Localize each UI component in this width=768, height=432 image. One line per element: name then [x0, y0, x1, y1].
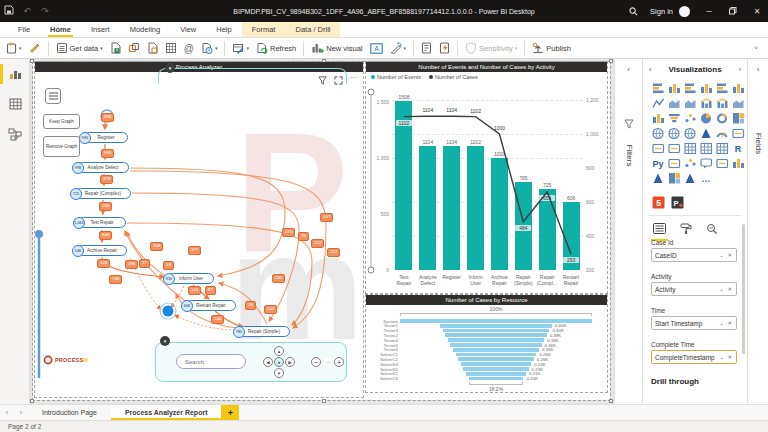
100-stacked-bar-chart-icon[interactable]: [714, 81, 730, 96]
menu-help[interactable]: Help: [206, 22, 241, 37]
pill-controls[interactable]: ⌄ ✕: [719, 252, 733, 258]
menu-modeling[interactable]: Modeling: [120, 22, 170, 37]
stacked-area-chart-icon[interactable]: [682, 96, 698, 111]
pan-up-button[interactable]: ▲: [274, 346, 284, 356]
funnel-bar-system[interactable]: [400, 319, 592, 323]
report-page[interactable]: Process Analyzer P m ··· ▾ Keep Graph Re…: [33, 62, 610, 400]
analytics-tab[interactable]: [706, 220, 718, 240]
sign-in-button[interactable]: Sign in: [646, 7, 677, 16]
funnel-bar-solverc3[interactable]: [469, 377, 524, 381]
scatter-chart-icon[interactable]: [682, 111, 698, 126]
events-cases-by-activity-visual[interactable]: Number of Events and Number of Cases by …: [366, 62, 607, 293]
ribbon-chart-icon[interactable]: [730, 96, 746, 111]
funnel-bar-tester1[interactable]: [440, 324, 552, 328]
menu-format[interactable]: Format: [242, 22, 286, 37]
slicer-icon[interactable]: [682, 141, 698, 156]
clustered-column-chart-icon[interactable]: [698, 81, 714, 96]
zoom-in-button[interactable]: +: [334, 357, 344, 367]
minimize-button[interactable]: ─: [698, 0, 720, 22]
process-search-input[interactable]: [176, 354, 246, 369]
add-page-button[interactable]: +: [221, 405, 239, 420]
decomposition-tree-icon[interactable]: [666, 171, 682, 186]
menu-view[interactable]: View: [170, 22, 206, 37]
fields-pane-label[interactable]: Fields: [754, 133, 763, 154]
donut-chart-icon[interactable]: [714, 111, 730, 126]
kpi-icon[interactable]: [666, 141, 682, 156]
pill-controls[interactable]: ⌄ ✕: [719, 320, 733, 326]
waterfall-chart-icon[interactable]: [650, 111, 666, 126]
refresh-button[interactable]: Refresh: [254, 42, 298, 54]
stacked-bar-chart-icon[interactable]: [650, 81, 666, 96]
search-icon[interactable]: [622, 0, 644, 22]
tab-process-analyzer-report[interactable]: Process Analyzer Report: [111, 405, 222, 420]
next-page-icon[interactable]: ›: [14, 405, 28, 420]
funnel-bar-tester2[interactable]: [445, 333, 547, 337]
expand-filters-icon[interactable]: ‹: [615, 59, 642, 74]
sql-server-icon[interactable]: [145, 42, 160, 54]
menu-file[interactable]: File: [8, 22, 40, 37]
process-node[interactable]: 606Restart Repair: [186, 300, 236, 311]
resize-handle[interactable]: [609, 59, 613, 63]
line-stacked-column-chart-icon[interactable]: [698, 96, 714, 111]
enter-data-icon[interactable]: [163, 42, 179, 54]
clustered-bar-chart-icon[interactable]: [682, 81, 698, 96]
treemap-icon[interactable]: [730, 111, 746, 126]
recent-sources-icon[interactable]: ▾: [199, 42, 220, 54]
menu-data-drill[interactable]: Data / Drill: [285, 22, 340, 37]
line-chart-icon[interactable]: [650, 96, 666, 111]
python-visual-icon[interactable]: Py: [650, 156, 666, 171]
funnel-bar-tester4[interactable]: [448, 338, 544, 342]
excel-workbook-icon[interactable]: X: [108, 42, 123, 54]
process-node[interactable]: 990Register: [84, 132, 128, 143]
restore-button[interactable]: [722, 0, 744, 22]
zoom-out-button[interactable]: −: [311, 357, 321, 367]
process-node[interactable]: 998Analyze Defect: [77, 162, 129, 173]
matrix-icon[interactable]: [714, 141, 730, 156]
qa-visual-icon[interactable]: [698, 156, 714, 171]
save-icon[interactable]: [0, 5, 18, 17]
html-viewer-icon[interactable]: 5: [650, 195, 666, 210]
field-pill-complete-timestamp[interactable]: CompleteTimestamp ⌄ ✕: [651, 350, 737, 364]
100-stacked-column-chart-icon[interactable]: [730, 81, 746, 96]
resize-handle[interactable]: [30, 399, 34, 403]
quick-measure-icon[interactable]: [437, 42, 452, 54]
redo-icon[interactable]: ↷: [36, 6, 54, 16]
pan-center-button[interactable]: ●: [274, 357, 284, 367]
data-view-button[interactable]: [0, 89, 30, 119]
smart-narrative-icon[interactable]: [714, 156, 730, 171]
more-options-icon[interactable]: ···: [350, 74, 357, 81]
get-data-button[interactable]: Get data▾: [54, 42, 105, 54]
fields-tab[interactable]: [653, 220, 666, 240]
filters-pane-label[interactable]: Filters: [624, 145, 633, 167]
pan-left-button[interactable]: ◀: [263, 357, 273, 367]
tab-introduction-page[interactable]: Introduction Page: [28, 405, 111, 420]
shape-map-icon[interactable]: [682, 126, 698, 141]
funnel-bar-solverc1[interactable]: [456, 353, 537, 357]
power-apps-icon[interactable]: [650, 171, 666, 186]
resize-handle[interactable]: [609, 399, 613, 403]
model-view-button[interactable]: [0, 119, 30, 149]
pill-controls[interactable]: ⌄ ✕: [719, 286, 733, 292]
dataverse-icon[interactable]: @: [182, 43, 196, 54]
expand-pane-icon[interactable]: ›: [739, 66, 741, 73]
shapes-button[interactable]: ▾: [388, 42, 409, 54]
keep-graph-button[interactable]: Keep Graph: [43, 114, 80, 129]
process-mining-visual-icon[interactable]: P: [669, 195, 685, 210]
funnel-bar-tester3[interactable]: [443, 329, 550, 333]
field-pill-activity[interactable]: Activity ⌄ ✕: [651, 282, 737, 296]
stacked-column-chart-icon[interactable]: [666, 81, 682, 96]
field-pill-start-timestamp[interactable]: Start Timestamp ⌄ ✕: [651, 316, 737, 330]
process-node[interactable]: 785Repair (Simple): [238, 326, 290, 337]
account-avatar[interactable]: [679, 6, 690, 17]
resize-handle[interactable]: [30, 59, 34, 63]
transform-data-icon[interactable]: ▾: [230, 42, 251, 54]
card-icon[interactable]: [730, 126, 746, 141]
report-view-button[interactable]: [0, 59, 30, 89]
process-node[interactable]: 725Repair (Complex): [75, 188, 131, 199]
resize-handle[interactable]: [322, 399, 326, 403]
hamburger-menu-icon[interactable]: [45, 88, 61, 104]
funnel-chart-icon[interactable]: [666, 111, 682, 126]
funnel-bar-solvers1[interactable]: [466, 372, 526, 376]
key-influencers-icon[interactable]: [682, 156, 698, 171]
format-painter-icon[interactable]: [27, 43, 43, 54]
